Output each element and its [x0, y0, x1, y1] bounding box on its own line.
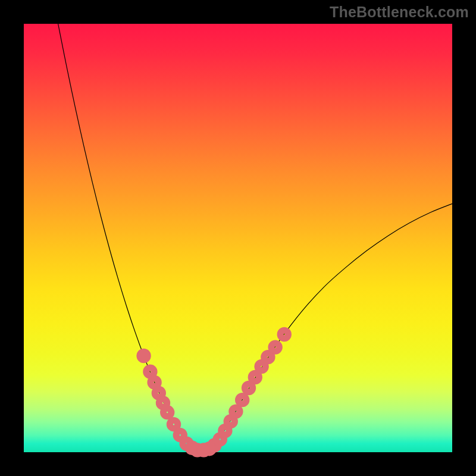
highlight-cap — [198, 444, 210, 456]
highlight-dot — [227, 417, 234, 425]
plot-area — [24, 24, 452, 452]
highlight-dot — [258, 362, 265, 370]
chart-frame: TheBottleneck.com — [0, 0, 476, 476]
highlight-dot — [251, 373, 259, 381]
plot-svg — [24, 24, 452, 452]
highlight-cap — [137, 350, 150, 362]
highlight-dots-left — [137, 350, 201, 455]
curve-left-branch — [58, 24, 195, 450]
highlight-dot — [164, 408, 171, 416]
brand-watermark: TheBottleneck.com — [330, 4, 469, 21]
highlight-dot — [170, 421, 177, 428]
curve-right-branch — [208, 203, 452, 450]
highlight-dots-right — [198, 330, 289, 456]
